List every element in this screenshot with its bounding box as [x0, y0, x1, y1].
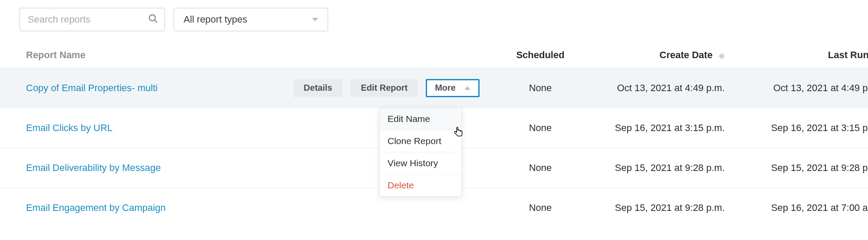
svg-point-0	[149, 15, 155, 21]
more-button[interactable]: More	[426, 79, 480, 97]
scheduled-cell: None	[490, 202, 590, 214]
last-run-cell: Sep 16, 2021 at 7:00 a.m.	[738, 202, 868, 214]
last-run-cell: Sep 15, 2021 at 9:28 p.m.	[738, 162, 868, 174]
svg-line-1	[155, 20, 157, 23]
create-date-cell: Sep 15, 2021 at 9:28 p.m.	[590, 202, 738, 214]
report-link[interactable]: Email Deliverability by Message	[26, 162, 161, 174]
scheduled-cell: None	[490, 122, 590, 134]
table-header: Report Name Scheduled Create Date ◆ Last…	[0, 42, 868, 68]
details-button[interactable]: Details	[293, 79, 343, 97]
col-header-name: Report Name	[26, 49, 490, 61]
create-date-cell: Sep 15, 2021 at 9:28 p.m.	[590, 162, 738, 174]
menu-delete[interactable]: Delete	[380, 174, 461, 196]
report-link[interactable]: Email Clicks by URL	[26, 122, 112, 134]
report-link[interactable]: Copy of Email Properties- multi	[26, 82, 158, 94]
scheduled-cell: None	[490, 82, 590, 94]
menu-edit-name[interactable]: Edit Name	[380, 108, 461, 130]
chevron-down-icon	[312, 18, 318, 21]
table-row[interactable]: Copy of Email Properties- multi Details …	[0, 68, 868, 108]
last-run-cell: Oct 13, 2021 at 4:49 p.m.	[738, 82, 868, 94]
col-header-last-run[interactable]: Last Run ◆	[738, 49, 868, 61]
report-link[interactable]: Email Engagement by Campaign	[26, 202, 166, 214]
search-icon	[148, 13, 158, 26]
menu-view-history[interactable]: View History	[380, 152, 461, 174]
report-type-select[interactable]: All report types	[174, 8, 328, 31]
sort-icon: ◆	[719, 51, 725, 60]
col-header-create-label: Create Date	[660, 49, 713, 60]
search-input[interactable]	[27, 13, 148, 26]
search-input-wrapper[interactable]	[20, 8, 165, 31]
menu-clone-report[interactable]: Clone Report	[380, 130, 461, 152]
col-header-run-label: Last Run	[828, 49, 868, 60]
col-header-scheduled: Scheduled	[490, 49, 590, 61]
scheduled-cell: None	[490, 162, 590, 174]
last-run-cell: Sep 16, 2021 at 3:15 p.m.	[738, 122, 868, 134]
col-header-create-date[interactable]: Create Date ◆	[590, 49, 738, 61]
create-date-cell: Sep 16, 2021 at 3:15 p.m.	[590, 122, 738, 134]
chevron-up-icon	[464, 86, 470, 90]
more-label: More	[435, 83, 456, 93]
create-date-cell: Oct 13, 2021 at 4:49 p.m.	[590, 82, 738, 94]
report-type-label: All report types	[184, 14, 247, 25]
edit-report-button[interactable]: Edit Report	[350, 79, 418, 97]
more-dropdown: Edit Name Clone Report View History Dele…	[379, 108, 462, 197]
